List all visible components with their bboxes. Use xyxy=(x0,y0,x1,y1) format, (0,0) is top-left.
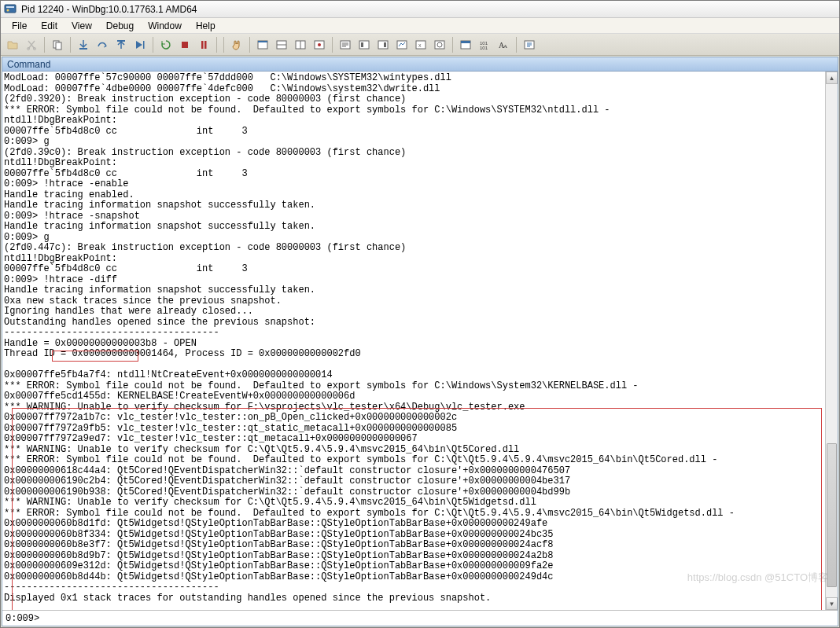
svg-rect-22 xyxy=(378,41,388,49)
svg-point-2 xyxy=(7,9,9,11)
window-3-button[interactable] xyxy=(292,36,309,53)
restart-button[interactable] xyxy=(157,36,175,53)
svg-rect-6 xyxy=(56,42,61,50)
step-into-button[interactable] xyxy=(75,36,92,53)
svg-rect-10 xyxy=(182,42,188,48)
svg-rect-0 xyxy=(5,5,16,13)
svg-text:101: 101 xyxy=(480,46,488,50)
console-output: ModLoad: 00007ffe`57c90000 00007ffe`57dd… xyxy=(4,73,838,604)
titlebar: Pid 12240 - WinDbg:10.0.17763.1 AMD64 xyxy=(1,1,839,18)
command-input-row: 0:009> xyxy=(2,610,838,626)
svg-rect-14 xyxy=(258,41,267,42)
svg-rect-24 xyxy=(397,41,407,49)
svg-rect-1 xyxy=(6,6,14,8)
window-11-button[interactable] xyxy=(457,36,474,53)
options-button[interactable] xyxy=(521,36,538,53)
command-output-area: ModLoad: 00007ffe`57c90000 00007ffe`57dd… xyxy=(2,72,838,610)
window-5-button[interactable] xyxy=(337,36,354,53)
copy-button[interactable] xyxy=(49,36,66,53)
svg-rect-7 xyxy=(79,48,87,50)
stop-button[interactable] xyxy=(176,36,193,53)
menu-file[interactable]: File xyxy=(6,19,33,33)
toolbar: x 101101 AA xyxy=(1,34,839,56)
window-10-button[interactable] xyxy=(431,36,448,53)
window-6-button[interactable] xyxy=(356,36,373,53)
step-out-button[interactable] xyxy=(112,36,130,53)
svg-rect-11 xyxy=(201,41,204,49)
svg-text:A: A xyxy=(503,43,507,50)
hand-tool-icon[interactable] xyxy=(228,36,245,53)
open-button[interactable] xyxy=(4,36,21,53)
window-9-button[interactable]: x xyxy=(412,36,429,53)
command-panel: Command ModLoad: 00007ffe`57c90000 00007… xyxy=(2,57,838,626)
menu-view[interactable]: View xyxy=(65,19,98,33)
cut-button[interactable] xyxy=(23,36,40,53)
window-7-button[interactable] xyxy=(374,36,392,53)
menubar: File Edit View Debug Window Help xyxy=(1,18,839,34)
svg-rect-8 xyxy=(117,40,125,42)
windbg-main-window: Pid 12240 - WinDbg:10.0.17763.1 AMD64 Fi… xyxy=(0,0,840,628)
window-2-button[interactable] xyxy=(273,36,290,53)
svg-rect-21 xyxy=(361,42,363,47)
app-icon xyxy=(4,3,17,16)
svg-rect-30 xyxy=(461,41,470,43)
svg-rect-23 xyxy=(384,42,386,47)
menu-help[interactable]: Help xyxy=(190,19,222,33)
run-to-cursor-button[interactable] xyxy=(131,36,149,53)
svg-text:x: x xyxy=(418,42,422,48)
scroll-thumb[interactable] xyxy=(827,443,837,587)
window-8-button[interactable] xyxy=(393,36,411,53)
window-1-button[interactable] xyxy=(254,36,271,53)
menu-debug[interactable]: Debug xyxy=(100,19,140,33)
menu-window[interactable]: Window xyxy=(142,19,188,33)
scroll-down-arrow[interactable]: ▼ xyxy=(826,597,838,610)
scroll-up-arrow[interactable]: ▲ xyxy=(826,72,838,84)
command-prompt: 0:009> xyxy=(6,613,39,624)
window-title: Pid 12240 - WinDbg:10.0.17763.1 AMD64 xyxy=(21,4,197,15)
window-4-button[interactable] xyxy=(311,36,328,53)
command-input[interactable] xyxy=(39,612,834,625)
binary-view-button[interactable]: 101101 xyxy=(476,36,493,53)
scroll-track[interactable] xyxy=(826,84,838,597)
vertical-scrollbar[interactable]: ▲ ▼ xyxy=(825,72,838,610)
command-panel-header: Command xyxy=(2,57,838,72)
break-button[interactable] xyxy=(195,36,212,53)
svg-rect-20 xyxy=(359,41,369,49)
svg-rect-9 xyxy=(143,41,145,49)
svg-point-18 xyxy=(318,43,321,46)
svg-rect-12 xyxy=(204,41,207,49)
menu-edit[interactable]: Edit xyxy=(35,19,64,33)
step-over-button[interactable] xyxy=(94,36,111,53)
font-button[interactable]: AA xyxy=(495,36,512,53)
